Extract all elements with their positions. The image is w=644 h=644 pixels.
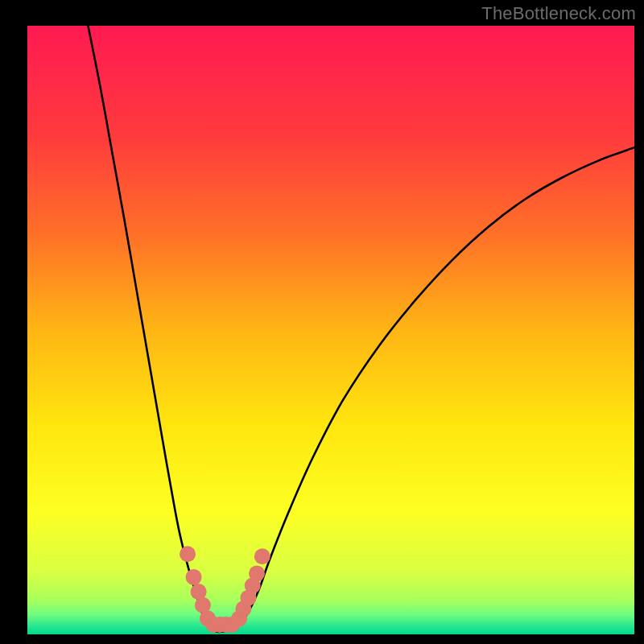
- watermark-text: TheBottleneck.com: [481, 3, 636, 24]
- highlight-dot: [186, 569, 202, 585]
- highlight-dot: [180, 546, 196, 562]
- chart-stage: TheBottleneck.com: [0, 0, 644, 644]
- highlight-dot: [249, 565, 265, 581]
- plot-background: [27, 26, 634, 634]
- bottleneck-chart: [0, 0, 644, 644]
- highlight-dot: [254, 548, 270, 564]
